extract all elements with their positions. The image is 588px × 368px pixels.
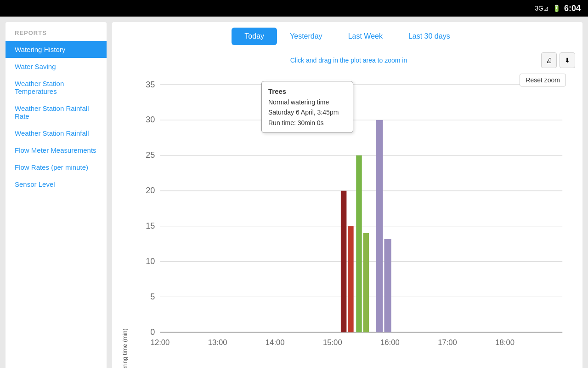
tab-today[interactable]: Today (232, 28, 277, 45)
y-axis-label: Watering time (min) (119, 72, 128, 368)
svg-text:15:00: 15:00 (323, 338, 342, 347)
sidebar: REPORTS Watering HistoryWater SavingWeat… (6, 22, 107, 368)
tooltip-line1: Normal watering time (268, 97, 346, 107)
tab-yesterday[interactable]: Yesterday (277, 28, 335, 45)
zoom-hint: Click and drag in the plot area to zoom … (156, 57, 541, 64)
svg-text:30: 30 (146, 115, 155, 124)
svg-text:16:00: 16:00 (380, 338, 400, 347)
sidebar-item-6[interactable]: Flow Rates (per minute) (6, 159, 107, 176)
svg-text:12:00: 12:00 (151, 338, 170, 347)
svg-text:17:00: 17:00 (438, 338, 457, 347)
bar-purple1 (376, 120, 383, 332)
bar-green2 (363, 233, 369, 332)
bar-green (356, 155, 362, 333)
signal-indicator: 3G⊿ (535, 5, 549, 12)
sidebar-item-0[interactable]: Watering History (6, 41, 107, 58)
chart-svg-container[interactable]: Reset zoom Trees Normal watering time Sa… (128, 72, 575, 368)
main-content: REPORTS Watering HistoryWater SavingWeat… (0, 17, 588, 368)
sidebar-item-5[interactable]: Flow Meter Measurements (6, 142, 107, 159)
sidebar-item-4[interactable]: Weather Station Rainfall (6, 125, 107, 142)
svg-text:5: 5 (150, 292, 155, 301)
chart-wrapper: Watering time (min) Reset zoom Trees Nor… (119, 72, 575, 368)
tooltip-line2: Saturday 6 April, 3:45pm (268, 107, 346, 117)
clock: 6:04 (564, 4, 581, 13)
bar-dark-red (341, 191, 347, 333)
tooltip-title: Trees (268, 86, 346, 97)
bar-purple2 (384, 239, 391, 333)
svg-text:15: 15 (146, 221, 155, 230)
svg-text:35: 35 (146, 80, 155, 89)
svg-text:10: 10 (146, 257, 155, 266)
svg-text:18:00: 18:00 (495, 338, 514, 347)
chart-panel: Today Yesterday Last Week Last 30 days C… (112, 22, 582, 368)
tab-last-30-days[interactable]: Last 30 days (396, 28, 463, 45)
svg-text:14:00: 14:00 (266, 338, 285, 347)
svg-text:25: 25 (146, 150, 155, 160)
bar-red (348, 226, 354, 333)
chart-actions: 🖨 ⬇ (541, 52, 575, 68)
print-button[interactable]: 🖨 (541, 52, 557, 68)
sidebar-item-2[interactable]: Weather Station Temperatures (6, 75, 107, 100)
status-bar: 3G⊿ 🔋 6:04 (0, 0, 588, 17)
svg-text:0: 0 (150, 328, 155, 337)
sidebar-item-3[interactable]: Weather Station Rainfall Rate (6, 100, 107, 125)
reports-section-label: REPORTS (6, 22, 107, 41)
tooltip-line3: Run time: 30min 0s (268, 118, 346, 128)
download-button[interactable]: ⬇ (560, 52, 575, 68)
svg-text:20: 20 (146, 186, 155, 195)
sidebar-item-7[interactable]: Sensor Level (6, 176, 107, 193)
reset-zoom-button[interactable]: Reset zoom (520, 74, 566, 86)
tab-last-week[interactable]: Last Week (335, 28, 396, 45)
svg-text:13:00: 13:00 (208, 338, 227, 347)
period-tabs: Today Yesterday Last Week Last 30 days (119, 28, 575, 45)
chart-header: Click and drag in the plot area to zoom … (119, 52, 575, 68)
battery-icon: 🔋 (553, 5, 560, 12)
sidebar-item-1[interactable]: Water Saving (6, 58, 107, 75)
chart-tooltip: Trees Normal watering time Saturday 6 Ap… (261, 81, 353, 133)
